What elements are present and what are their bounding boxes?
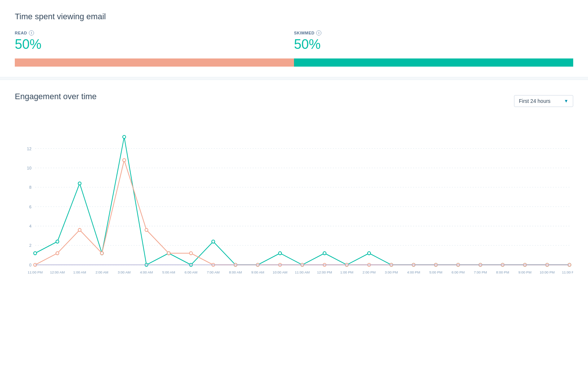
read-bar	[15, 58, 294, 67]
chart-title: Engagement over time	[15, 92, 97, 101]
svg-point-18	[123, 135, 126, 138]
svg-text:3:00 PM: 3:00 PM	[385, 270, 398, 274]
svg-point-25	[278, 252, 281, 255]
svg-point-16	[78, 182, 81, 185]
svg-text:2: 2	[29, 243, 31, 248]
dropdown-label: First 24 hours	[519, 98, 551, 104]
progress-bar	[15, 58, 573, 67]
read-info-icon[interactable]: i	[29, 30, 34, 36]
svg-text:10:00 PM: 10:00 PM	[540, 270, 555, 274]
skimmed-info-icon[interactable]: i	[316, 30, 321, 36]
svg-text:8: 8	[29, 185, 31, 189]
read-value: 50%	[15, 37, 294, 52]
svg-text:6:00 AM: 6:00 AM	[185, 270, 197, 274]
svg-point-46	[189, 252, 192, 255]
svg-text:9:00 PM: 9:00 PM	[518, 270, 531, 274]
svg-text:6:00 PM: 6:00 PM	[452, 270, 464, 274]
svg-text:12: 12	[27, 146, 31, 151]
engagement-section: Engagement over time First 24 hours ▼ 0 …	[0, 80, 588, 292]
top-section-title: Time spent viewing email	[15, 12, 573, 21]
svg-point-43	[123, 158, 126, 161]
svg-text:10: 10	[27, 165, 31, 170]
svg-text:11:00 PM: 11:00 PM	[28, 270, 43, 274]
svg-text:7:00 PM: 7:00 PM	[474, 270, 487, 274]
svg-point-22	[212, 240, 215, 243]
engagement-chart: 0 2 4 6 8 10 12	[15, 121, 573, 284]
svg-text:8:00 PM: 8:00 PM	[496, 270, 509, 274]
svg-text:3:00 AM: 3:00 AM	[118, 270, 131, 274]
svg-text:4:00 AM: 4:00 AM	[140, 270, 153, 274]
svg-text:5:00 AM: 5:00 AM	[162, 270, 175, 274]
section-divider	[0, 77, 588, 80]
time-spent-section: Time spent viewing email READ i 50% SKIM…	[0, 0, 588, 77]
svg-point-44	[145, 228, 148, 231]
svg-text:5:00 PM: 5:00 PM	[429, 270, 442, 274]
svg-text:12:00 AM: 12:00 AM	[50, 270, 65, 274]
chevron-down-icon: ▼	[564, 98, 568, 104]
svg-text:4:00 PM: 4:00 PM	[407, 270, 420, 274]
svg-text:11:00 AM: 11:00 AM	[295, 270, 310, 274]
svg-text:7:00 AM: 7:00 AM	[207, 270, 220, 274]
svg-text:4: 4	[29, 224, 31, 228]
svg-text:8:00 AM: 8:00 AM	[229, 270, 242, 274]
svg-point-15	[56, 240, 59, 243]
read-label: READ i	[15, 30, 294, 36]
svg-text:2:00 AM: 2:00 AM	[95, 270, 108, 274]
svg-point-14	[34, 252, 37, 255]
time-range-dropdown[interactable]: First 24 hours ▼	[514, 95, 573, 107]
skimmed-label: SKIMMED i	[294, 30, 573, 36]
svg-point-27	[323, 252, 326, 255]
svg-point-29	[368, 252, 371, 255]
svg-text:12:00 PM: 12:00 PM	[317, 270, 332, 274]
chart-area: 0 2 4 6 8 10 12	[15, 121, 573, 284]
chart-header: Engagement over time First 24 hours ▼	[15, 92, 573, 110]
svg-text:0: 0	[29, 262, 31, 267]
svg-text:10:00 AM: 10:00 AM	[273, 270, 287, 274]
svg-point-42	[101, 252, 104, 255]
metrics-row: READ i 50% SKIMMED i 50%	[15, 30, 573, 52]
svg-text:1:00 PM: 1:00 PM	[340, 270, 353, 274]
svg-text:2:00 PM: 2:00 PM	[362, 270, 375, 274]
svg-point-41	[78, 228, 81, 231]
svg-point-45	[167, 252, 170, 255]
svg-text:6: 6	[29, 204, 31, 209]
skimmed-bar	[294, 58, 573, 67]
svg-text:11:00 PM: 11:00 PM	[562, 270, 573, 274]
svg-text:1:00 AM: 1:00 AM	[73, 270, 86, 274]
svg-text:9:00 AM: 9:00 AM	[251, 270, 264, 274]
skimmed-value: 50%	[294, 37, 573, 52]
svg-point-40	[56, 252, 59, 255]
skimmed-metric: SKIMMED i 50%	[294, 30, 573, 52]
read-metric: READ i 50%	[15, 30, 294, 52]
